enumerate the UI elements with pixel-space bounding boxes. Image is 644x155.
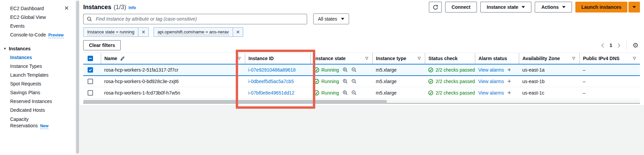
column-header-instance-id[interactable]: Instance ID	[245, 53, 310, 64]
column-header-status-check[interactable]: Status check	[425, 53, 475, 64]
state-filter-select[interactable]: All states	[313, 14, 349, 24]
sidebar-item-label[interactable]: Launch Templates	[10, 72, 48, 78]
instance-id-link[interactable]: i-07bf0e8e49651dd12	[248, 90, 294, 96]
column-header-availability-zone[interactable]: Availability Zone ▽	[519, 53, 579, 64]
sort-icon[interactable]: ▽	[238, 56, 240, 60]
row-checkbox[interactable]	[88, 90, 93, 96]
section-collapse-icon[interactable]: ▼	[3, 47, 6, 50]
previous-page-button[interactable]	[601, 43, 604, 48]
sidebar-item-launch-templates[interactable]: Launch Templates	[0, 71, 75, 79]
row-checkbox[interactable]	[88, 79, 93, 84]
sidebar-item-instances[interactable]: Instances	[0, 53, 75, 62]
filter-include-icon[interactable]	[343, 90, 348, 95]
column-header-name[interactable]: Name ▽	[101, 53, 245, 64]
column-header-instance-type[interactable]: Instance type ▽	[372, 53, 425, 64]
table-row[interactable]: rosa-hcp-workers-2-51fa1317-2f7cr i-07e9…	[83, 64, 640, 76]
sort-icon[interactable]: ▽	[418, 56, 420, 60]
next-page-button[interactable]	[617, 43, 621, 48]
sidebar-item-reserved-instances[interactable]: Reserved Instances	[0, 97, 75, 106]
horizontal-scrollbar[interactable]	[83, 100, 640, 104]
horizontal-scrollbar-thumb[interactable]	[83, 100, 387, 103]
launch-instances-button[interactable]: Launch instances	[575, 2, 627, 12]
instance-id-link[interactable]: i-07e92910486a89618	[248, 67, 296, 73]
column-header-alarm-status[interactable]: Alarm status	[475, 53, 519, 64]
filter-chip-tag-name: api.openshift.com/name = ans-nerav ✕	[154, 27, 243, 37]
sidebar-item-ec2-dashboard[interactable]: EC2 Dashboard ✕	[0, 4, 75, 13]
sidebar-section-instances[interactable]: ▼ Instances	[0, 44, 75, 53]
sidebar-item-instance-types[interactable]: Instance Types	[0, 62, 75, 71]
sidebar-item-savings-plans[interactable]: Savings Plans	[0, 88, 75, 97]
instance-id-link[interactable]: i-0dbeef5d5ac5a7cb5	[248, 79, 294, 84]
actions-dropdown[interactable]: Actions	[535, 2, 572, 12]
connect-button[interactable]: Connect	[445, 2, 477, 12]
filter-chip-label[interactable]: api.openshift.com/name = ans-nerav	[154, 28, 233, 36]
info-link[interactable]: Info	[129, 5, 136, 10]
sidebar-item-label[interactable]: Capacity Reservations	[10, 117, 38, 128]
sidebar-item-label[interactable]: Instances	[10, 55, 32, 60]
search-box[interactable]	[83, 14, 307, 24]
filter-include-icon[interactable]	[343, 79, 348, 84]
filter-exclude-icon[interactable]	[351, 67, 356, 72]
check-circle-icon	[428, 90, 433, 96]
row-checkbox[interactable]	[88, 67, 93, 73]
chevron-down-icon	[632, 6, 636, 8]
column-header-instance-state[interactable]: Instance state ▽	[310, 53, 372, 64]
sidebar-item-label[interactable]: EC2 Global View	[10, 15, 46, 20]
sidebar-item-label[interactable]: Dedicated Hosts	[10, 107, 45, 113]
clear-filters-button[interactable]: Clear filters	[83, 40, 121, 50]
sidebar-item-dedicated-hosts[interactable]: Dedicated Hosts	[0, 106, 75, 114]
sidebar-item-ec2-global-view[interactable]: EC2 Global View	[0, 13, 75, 22]
sidebar-item-label[interactable]: Console-to-Code	[10, 32, 46, 37]
table-row[interactable]: rosa-hcp-workers-0-bd928c3e-zxjt6 i-0dbe…	[83, 76, 640, 87]
gear-icon[interactable]: ⚙	[632, 42, 639, 49]
view-alarms-link[interactable]: View alarms	[478, 79, 504, 84]
view-alarms-link[interactable]: View alarms	[478, 67, 504, 73]
sort-icon[interactable]: ▽	[572, 56, 575, 60]
close-icon[interactable]: ✕	[64, 6, 69, 11]
add-alarm-icon[interactable]: +	[507, 78, 511, 84]
filter-exclude-icon[interactable]	[351, 90, 356, 95]
connect-label: Connect	[452, 4, 470, 10]
instance-state-dropdown[interactable]: Instance state	[480, 2, 531, 12]
sidebar-item-label[interactable]: Reserved Instances	[10, 99, 52, 104]
new-badge[interactable]: New	[40, 124, 49, 129]
cell-instance-type: m5.xlarge	[372, 76, 425, 87]
edit-pencil-icon[interactable]	[120, 56, 125, 61]
sidebar-item-capacity-reservations[interactable]: Capacity ReservationsNew	[0, 114, 57, 131]
cell-instance-id: i-0dbeef5d5ac5a7cb5	[245, 76, 310, 87]
sidebar-scrollbar-thumb[interactable]	[76, 1, 79, 154]
filter-chip-label[interactable]: Instance state = running	[84, 28, 138, 36]
sidebar-item-spot-requests[interactable]: Spot Requests	[0, 79, 75, 88]
sidebar-scrollbar[interactable]	[75, 0, 80, 155]
sidebar-item-console-to-code[interactable]: Console-to-CodePreview	[0, 30, 75, 40]
sidebar-item-label[interactable]: Spot Requests	[10, 81, 41, 86]
sidebar-item-label[interactable]: Events	[10, 23, 25, 29]
remove-filter-icon[interactable]: ✕	[138, 28, 148, 36]
table-header-row: Name ▽ Instance ID Instance state ▽	[83, 53, 640, 64]
search-input[interactable]	[95, 16, 303, 22]
preview-badge[interactable]: Preview	[48, 33, 64, 38]
filter-exclude-icon[interactable]	[351, 79, 356, 84]
column-label: Name	[105, 56, 117, 61]
add-alarm-icon[interactable]: +	[507, 67, 511, 73]
sidebar-item-events[interactable]: Events	[0, 22, 75, 30]
page-background	[80, 105, 644, 155]
sidebar-item-label[interactable]: Savings Plans	[10, 90, 40, 95]
view-alarms-link[interactable]: View alarms	[478, 90, 504, 96]
table-row[interactable]: rosa-hcp-workers-1-fcd73b0f-h7w5n i-07bf…	[83, 87, 640, 99]
check-circle-icon	[428, 79, 433, 84]
sidebar-item-ec2-dashboard-label[interactable]: EC2 Dashboard	[10, 6, 44, 11]
select-all-checkbox[interactable]	[88, 56, 93, 61]
filter-include-icon[interactable]	[343, 67, 348, 72]
refresh-button[interactable]	[429, 2, 442, 12]
column-header-public-ipv4-dns[interactable]: Public IPv4 DNS ▽	[579, 53, 640, 64]
sidebar-item-label[interactable]: Instance Types	[10, 63, 42, 69]
cell-instance-type: m5.xlarge	[372, 64, 425, 76]
remove-filter-icon[interactable]: ✕	[233, 28, 243, 36]
cell-instance-state: Running	[310, 87, 372, 99]
current-page[interactable]: 1	[610, 43, 612, 48]
add-alarm-icon[interactable]: +	[507, 89, 511, 96]
sort-icon[interactable]: ▽	[365, 56, 368, 60]
launch-instances-dropdown[interactable]	[628, 2, 640, 12]
sort-icon[interactable]: ▽	[633, 56, 636, 60]
